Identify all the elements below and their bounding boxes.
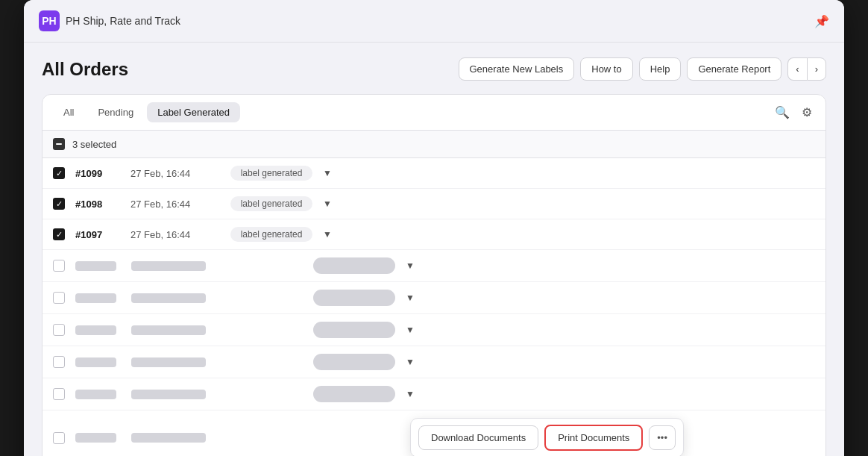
dropdown-arrow[interactable]: ▼ bbox=[406, 325, 415, 335]
dropdown-arrow[interactable]: ▼ bbox=[406, 389, 415, 399]
order-date: 27 Feb, 16:44 bbox=[130, 168, 220, 179]
table-row: ▼ bbox=[43, 378, 825, 410]
tab-pending[interactable]: Pending bbox=[87, 102, 144, 122]
status-badge: label generated bbox=[230, 227, 312, 242]
page-title: All Orders bbox=[42, 59, 128, 80]
print-documents-button[interactable]: Print Documents bbox=[544, 425, 643, 451]
more-actions-button[interactable]: ••• bbox=[649, 425, 676, 450]
table-row: #1097 27 Feb, 16:44 label generated ▼ bbox=[43, 219, 825, 250]
dropdown-arrow[interactable]: ▼ bbox=[323, 199, 332, 209]
row-checkbox-1099[interactable] bbox=[53, 167, 65, 179]
row-checkbox-1098[interactable] bbox=[53, 198, 65, 210]
generate-labels-button[interactable]: Generate New Labels bbox=[459, 57, 575, 81]
row-checkbox-blurred-6[interactable] bbox=[53, 432, 65, 444]
table-row: ▼ bbox=[43, 250, 825, 282]
help-button[interactable]: Help bbox=[639, 57, 682, 81]
pin-icon[interactable]: 📌 bbox=[814, 14, 829, 28]
download-documents-button[interactable]: Download Documents bbox=[418, 425, 538, 450]
status-badge-blurred bbox=[313, 354, 395, 370]
generate-report-button[interactable]: Generate Report bbox=[687, 57, 781, 81]
table-row: #1099 27 Feb, 16:44 label generated ▼ bbox=[43, 158, 825, 189]
row-checkbox-blurred-2[interactable] bbox=[53, 292, 65, 304]
status-badge-blurred bbox=[313, 386, 395, 402]
app-icon: PH bbox=[39, 10, 60, 31]
status-badge: label generated bbox=[230, 196, 312, 211]
app-title: PH Ship, Rate and Track bbox=[66, 15, 180, 27]
page-header: All Orders Generate New Labels How to He… bbox=[42, 57, 826, 81]
order-date-blurred bbox=[131, 261, 206, 271]
selection-bar: 3 selected bbox=[43, 131, 825, 158]
row-checkbox-1097[interactable] bbox=[53, 228, 65, 240]
tab-all[interactable]: All bbox=[53, 102, 84, 122]
tab-label-generated[interactable]: Label Generated bbox=[147, 102, 240, 122]
order-date-blurred bbox=[131, 357, 206, 367]
title-bar: PH PH Ship, Rate and Track 📌 bbox=[24, 0, 844, 43]
table-row: ▼ bbox=[43, 314, 825, 346]
order-id: #1099 bbox=[75, 168, 120, 179]
nav-next-button[interactable]: › bbox=[807, 57, 826, 81]
select-all-checkbox[interactable] bbox=[53, 138, 65, 150]
title-bar-left: PH PH Ship, Rate and Track bbox=[39, 10, 180, 31]
table-row-last: Download Documents Print Documents ••• bbox=[43, 410, 825, 456]
filter-button[interactable]: ⚙ bbox=[799, 102, 815, 122]
selected-count: 3 selected bbox=[72, 139, 116, 150]
row-checkbox-blurred-1[interactable] bbox=[53, 260, 65, 272]
status-badge: label generated bbox=[230, 166, 312, 181]
order-id: #1097 bbox=[75, 229, 120, 240]
table-row: ▼ bbox=[43, 346, 825, 378]
tabs-left: All Pending Label Generated bbox=[53, 102, 240, 122]
dropdown-arrow[interactable]: ▼ bbox=[406, 357, 415, 367]
row-checkbox-blurred-5[interactable] bbox=[53, 388, 65, 400]
row-checkbox-blurred-4[interactable] bbox=[53, 356, 65, 368]
order-date-blurred bbox=[131, 325, 206, 335]
tabs-bar: All Pending Label Generated 🔍 ⚙ bbox=[43, 95, 825, 131]
how-to-button[interactable]: How to bbox=[580, 57, 632, 81]
search-button[interactable]: 🔍 bbox=[772, 102, 793, 122]
row-checkbox-blurred-3[interactable] bbox=[53, 324, 65, 336]
order-date-blurred bbox=[131, 390, 206, 399]
dropdown-arrow[interactable]: ▼ bbox=[406, 260, 415, 271]
dropdown-arrow[interactable]: ▼ bbox=[406, 293, 415, 303]
nav-buttons: ‹ › bbox=[787, 57, 826, 81]
order-id-blurred bbox=[75, 390, 116, 399]
status-badge-blurred bbox=[313, 290, 395, 306]
order-date-blurred bbox=[131, 293, 206, 303]
tabs-right: 🔍 ⚙ bbox=[772, 102, 815, 122]
table-row: #1098 27 Feb, 16:44 label generated ▼ bbox=[43, 189, 825, 219]
order-id-blurred bbox=[75, 325, 116, 335]
nav-prev-button[interactable]: ‹ bbox=[787, 57, 806, 81]
order-date: 27 Feb, 16:44 bbox=[130, 229, 220, 240]
status-badge-blurred bbox=[313, 322, 395, 338]
status-badge-blurred bbox=[313, 257, 395, 274]
header-actions: Generate New Labels How to Help Generate… bbox=[459, 57, 827, 81]
order-id-blurred bbox=[75, 433, 116, 443]
table-row: ▼ bbox=[43, 282, 825, 314]
dropdown-arrow[interactable]: ▼ bbox=[323, 229, 332, 240]
orders-container: All Pending Label Generated 🔍 ⚙ 3 select… bbox=[42, 94, 826, 456]
order-date: 27 Feb, 16:44 bbox=[130, 199, 220, 210]
order-id-blurred bbox=[75, 357, 116, 367]
order-date-blurred bbox=[131, 433, 206, 443]
app-window: PH PH Ship, Rate and Track 📌 All Orders … bbox=[24, 0, 844, 456]
dropdown-arrow[interactable]: ▼ bbox=[323, 168, 332, 178]
floating-actions: Download Documents Print Documents ••• bbox=[410, 418, 684, 456]
main-content: All Orders Generate New Labels How to He… bbox=[24, 43, 844, 456]
order-id-blurred bbox=[75, 293, 116, 303]
order-id-blurred bbox=[75, 261, 116, 271]
order-id: #1098 bbox=[75, 199, 120, 210]
